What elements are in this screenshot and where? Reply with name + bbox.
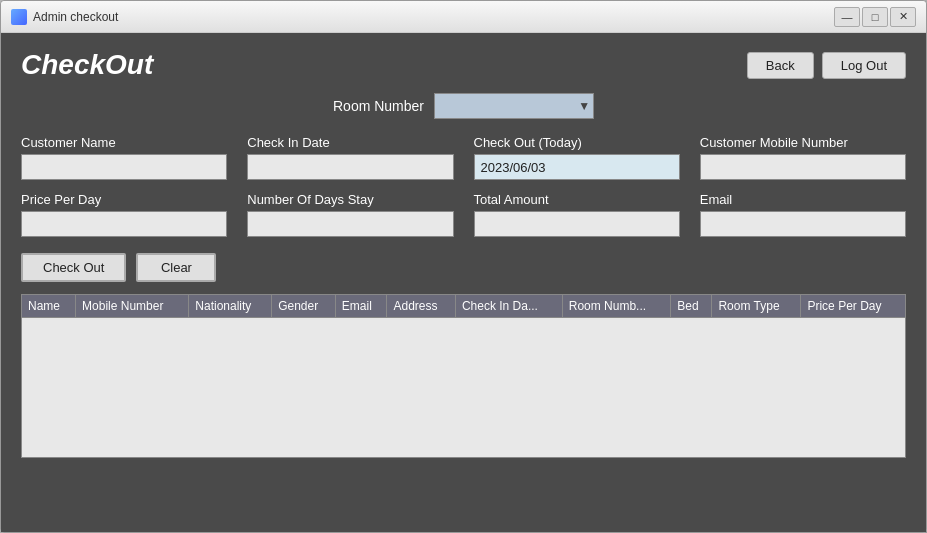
check-in-date-label: Check In Date: [247, 135, 453, 150]
room-number-row: Room Number ▼: [21, 93, 906, 119]
app-icon: [11, 9, 27, 25]
check-out-today-group: Check Out (Today): [474, 135, 680, 180]
check-in-date-group: Check In Date: [247, 135, 453, 180]
fields-grid: Customer Name Check In Date Check Out (T…: [21, 135, 906, 237]
email-label: Email: [700, 192, 906, 207]
app-title: CheckOut: [21, 49, 153, 81]
price-per-day-group: Price Per Day: [21, 192, 227, 237]
main-content: CheckOut Back Log Out Room Number ▼ Cust…: [1, 33, 926, 532]
table-header: Name Mobile Number Nationality Gender Em…: [22, 295, 906, 318]
title-bar-controls: — □ ✕: [834, 7, 916, 27]
records-table: Name Mobile Number Nationality Gender Em…: [21, 294, 906, 318]
window-title: Admin checkout: [33, 10, 118, 24]
checkout-button[interactable]: Check Out: [21, 253, 126, 282]
back-button[interactable]: Back: [747, 52, 814, 79]
header-row: CheckOut Back Log Out: [21, 49, 906, 81]
customer-mobile-label: Customer Mobile Number: [700, 135, 906, 150]
customer-mobile-group: Customer Mobile Number: [700, 135, 906, 180]
col-email: Email: [335, 295, 387, 318]
col-room-number: Room Numb...: [562, 295, 670, 318]
customer-name-label: Customer Name: [21, 135, 227, 150]
total-amount-group: Total Amount: [474, 192, 680, 237]
email-group: Email: [700, 192, 906, 237]
header-buttons: Back Log Out: [747, 52, 906, 79]
total-amount-input[interactable]: [474, 211, 680, 237]
check-out-today-input: [474, 154, 680, 180]
room-number-select[interactable]: [434, 93, 594, 119]
price-per-day-label: Price Per Day: [21, 192, 227, 207]
customer-mobile-input[interactable]: [700, 154, 906, 180]
room-select-wrapper: ▼: [434, 93, 594, 119]
col-price-per-day: Price Per Day: [801, 295, 906, 318]
col-gender: Gender: [272, 295, 336, 318]
price-per-day-input[interactable]: [21, 211, 227, 237]
table-empty-area: [21, 318, 906, 458]
total-amount-label: Total Amount: [474, 192, 680, 207]
logout-button[interactable]: Log Out: [822, 52, 906, 79]
col-room-type: Room Type: [712, 295, 801, 318]
check-in-date-input[interactable]: [247, 154, 453, 180]
col-check-in-date: Check In Da...: [455, 295, 562, 318]
num-days-stay-group: Number Of Days Stay: [247, 192, 453, 237]
col-bed: Bed: [671, 295, 712, 318]
num-days-stay-input[interactable]: [247, 211, 453, 237]
col-mobile-number: Mobile Number: [76, 295, 189, 318]
close-button[interactable]: ✕: [890, 7, 916, 27]
customer-name-group: Customer Name: [21, 135, 227, 180]
table-section: Name Mobile Number Nationality Gender Em…: [21, 294, 906, 516]
main-window: Admin checkout — □ ✕ CheckOut Back Log O…: [0, 0, 927, 533]
minimize-button[interactable]: —: [834, 7, 860, 27]
col-address: Address: [387, 295, 455, 318]
action-row: Check Out Clear: [21, 253, 906, 282]
room-number-label: Room Number: [333, 98, 424, 114]
table-header-row: Name Mobile Number Nationality Gender Em…: [22, 295, 906, 318]
num-days-stay-label: Number Of Days Stay: [247, 192, 453, 207]
title-bar-left: Admin checkout: [11, 9, 118, 25]
email-input[interactable]: [700, 211, 906, 237]
title-bar: Admin checkout — □ ✕: [1, 1, 926, 33]
col-name: Name: [22, 295, 76, 318]
clear-button[interactable]: Clear: [136, 253, 216, 282]
check-out-today-label: Check Out (Today): [474, 135, 680, 150]
col-nationality: Nationality: [189, 295, 272, 318]
customer-name-input[interactable]: [21, 154, 227, 180]
maximize-button[interactable]: □: [862, 7, 888, 27]
